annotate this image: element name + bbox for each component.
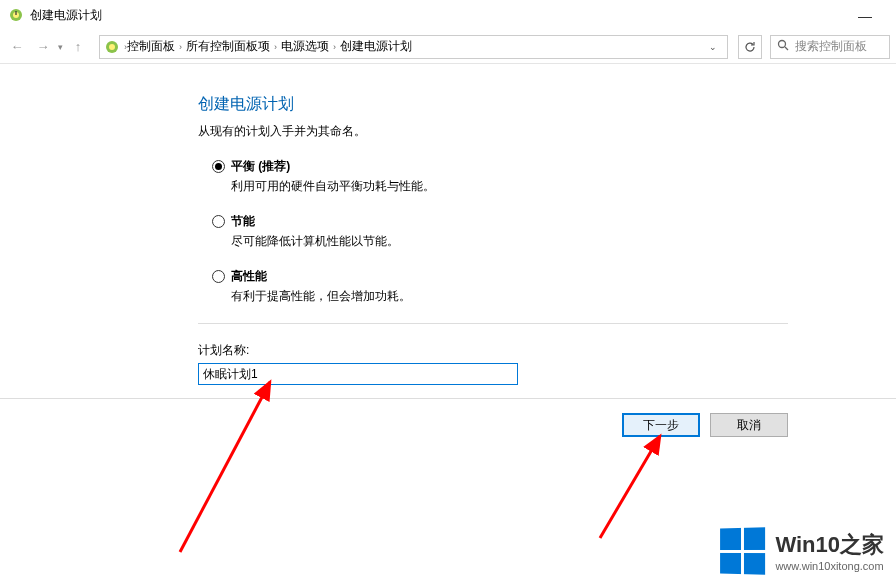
chevron-right-icon: › [333, 42, 336, 52]
address-bar[interactable]: › 控制面板 › 所有控制面板项 › 电源选项 › 创建电源计划 ⌄ [99, 35, 728, 59]
search-placeholder: 搜索控制面板 [795, 38, 867, 55]
svg-line-5 [785, 47, 788, 50]
breadcrumb-item[interactable]: 所有控制面板项 [186, 38, 270, 55]
radio-high[interactable] [212, 270, 225, 283]
option-label: 高性能 [231, 268, 267, 285]
main-content: 创建电源计划 从现有的计划入手并为其命名。 平衡 (推荐) 利用可用的硬件自动平… [0, 64, 640, 385]
breadcrumb: 控制面板 › 所有控制面板项 › 电源选项 › 创建电源计划 [127, 38, 703, 55]
page-title: 创建电源计划 [198, 94, 640, 115]
svg-point-3 [109, 44, 115, 50]
option-balanced[interactable]: 平衡 (推荐) 利用可用的硬件自动平衡功耗与性能。 [212, 158, 640, 195]
option-desc: 利用可用的硬件自动平衡功耗与性能。 [231, 178, 640, 195]
minimize-button[interactable]: — [850, 6, 880, 26]
breadcrumb-item[interactable]: 电源选项 [281, 38, 329, 55]
option-desc: 尽可能降低计算机性能以节能。 [231, 233, 640, 250]
option-desc: 有利于提高性能，但会增加功耗。 [231, 288, 640, 305]
cancel-button[interactable]: 取消 [710, 413, 788, 437]
option-saver[interactable]: 节能 尽可能降低计算机性能以节能。 [212, 213, 640, 250]
control-panel-icon [104, 39, 120, 55]
next-button[interactable]: 下一步 [622, 413, 700, 437]
plan-name-input[interactable] [198, 363, 518, 385]
forward-button[interactable]: → [32, 36, 54, 58]
titlebar: 创建电源计划 — [0, 0, 896, 30]
navigation-bar: ← → ▾ ↑ › 控制面板 › 所有控制面板项 › 电源选项 › 创建电源计划… [0, 30, 896, 64]
breadcrumb-item[interactable]: 控制面板 [127, 38, 175, 55]
svg-line-7 [600, 436, 660, 538]
history-chevron-icon[interactable]: ▾ [58, 42, 63, 52]
footer-buttons: 下一步 取消 [0, 398, 896, 451]
page-subtitle: 从现有的计划入手并为其命名。 [198, 123, 640, 140]
watermark-title: Win10之家 [775, 530, 884, 560]
option-label: 节能 [231, 213, 255, 230]
back-button[interactable]: ← [6, 36, 28, 58]
plan-name-label: 计划名称: [198, 342, 640, 359]
svg-point-4 [779, 41, 786, 48]
watermark-url: www.win10xitong.com [775, 560, 884, 572]
address-dropdown-icon[interactable]: ⌄ [703, 42, 723, 52]
search-icon [777, 39, 789, 54]
watermark: Win10之家 www.win10xitong.com [719, 528, 884, 574]
radio-balanced[interactable] [212, 160, 225, 173]
breadcrumb-item[interactable]: 创建电源计划 [340, 38, 412, 55]
up-button[interactable]: ↑ [67, 36, 89, 58]
chevron-right-icon: › [274, 42, 277, 52]
plan-options: 平衡 (推荐) 利用可用的硬件自动平衡功耗与性能。 节能 尽可能降低计算机性能以… [212, 158, 640, 305]
refresh-button[interactable] [738, 35, 762, 59]
power-plan-icon [8, 7, 24, 23]
chevron-right-icon: › [179, 42, 182, 52]
window-title: 创建电源计划 [30, 7, 102, 24]
search-input[interactable]: 搜索控制面板 [770, 35, 890, 59]
windows-logo-icon [720, 527, 765, 574]
option-label: 平衡 (推荐) [231, 158, 290, 175]
divider [198, 323, 788, 324]
radio-saver[interactable] [212, 215, 225, 228]
option-high[interactable]: 高性能 有利于提高性能，但会增加功耗。 [212, 268, 640, 305]
